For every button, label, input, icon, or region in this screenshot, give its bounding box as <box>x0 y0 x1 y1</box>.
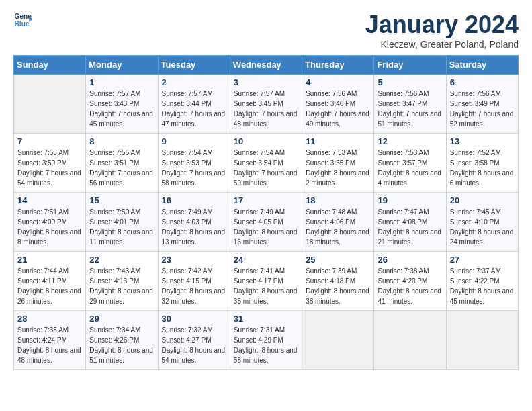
calendar-cell: 17Sunrise: 7:49 AMSunset: 4:05 PMDayligh… <box>230 193 302 252</box>
cell-info: Sunrise: 7:54 AMSunset: 3:54 PMDaylight:… <box>234 148 298 188</box>
cell-info: Sunrise: 7:56 AMSunset: 3:47 PMDaylight:… <box>378 89 442 129</box>
cell-info: Sunrise: 7:35 AMSunset: 4:24 PMDaylight:… <box>17 325 82 365</box>
cell-info: Sunrise: 7:34 AMSunset: 4:26 PMDaylight:… <box>89 325 154 365</box>
cell-info: Sunrise: 7:31 AMSunset: 4:29 PMDaylight:… <box>234 325 298 365</box>
cell-info: Sunrise: 7:49 AMSunset: 4:05 PMDaylight:… <box>234 207 298 247</box>
day-number: 11 <box>306 136 370 146</box>
calendar-cell: 1Sunrise: 7:57 AMSunset: 3:43 PMDaylight… <box>86 75 158 134</box>
day-number: 14 <box>17 195 82 205</box>
page-header: General Blue January 2024 Kleczew, Great… <box>13 11 519 50</box>
cell-info: Sunrise: 7:54 AMSunset: 3:53 PMDaylight:… <box>162 148 226 188</box>
day-number: 8 <box>89 136 154 146</box>
cell-info: Sunrise: 7:56 AMSunset: 3:49 PMDaylight:… <box>450 89 515 129</box>
calendar-cell: 15Sunrise: 7:50 AMSunset: 4:01 PMDayligh… <box>86 193 158 252</box>
day-number: 2 <box>162 77 226 87</box>
day-number: 10 <box>234 136 298 146</box>
cell-info: Sunrise: 7:56 AMSunset: 3:46 PMDaylight:… <box>306 89 370 129</box>
calendar-cell: 18Sunrise: 7:48 AMSunset: 4:06 PMDayligh… <box>302 193 374 252</box>
cell-info: Sunrise: 7:39 AMSunset: 4:18 PMDaylight:… <box>306 266 370 306</box>
day-number: 25 <box>306 255 370 265</box>
day-header-row: SundayMondayTuesdayWednesdayThursdayFrid… <box>14 56 519 75</box>
day-number: 18 <box>306 195 370 205</box>
day-number: 17 <box>234 195 298 205</box>
cell-info: Sunrise: 7:42 AMSunset: 4:15 PMDaylight:… <box>162 266 226 306</box>
day-number: 31 <box>234 314 298 324</box>
calendar-cell <box>374 311 446 370</box>
day-number: 20 <box>450 195 515 205</box>
calendar-cell: 19Sunrise: 7:47 AMSunset: 4:08 PMDayligh… <box>374 193 446 252</box>
day-number: 29 <box>89 314 154 324</box>
calendar-cell: 16Sunrise: 7:49 AMSunset: 4:03 PMDayligh… <box>158 193 230 252</box>
week-row-5: 28Sunrise: 7:35 AMSunset: 4:24 PMDayligh… <box>14 311 519 370</box>
calendar-cell: 9Sunrise: 7:54 AMSunset: 3:53 PMDaylight… <box>158 134 230 193</box>
cell-info: Sunrise: 7:52 AMSunset: 3:58 PMDaylight:… <box>450 148 515 188</box>
cell-info: Sunrise: 7:37 AMSunset: 4:22 PMDaylight:… <box>450 266 515 306</box>
cell-info: Sunrise: 7:48 AMSunset: 4:06 PMDaylight:… <box>306 207 370 247</box>
cell-info: Sunrise: 7:32 AMSunset: 4:27 PMDaylight:… <box>162 325 226 365</box>
week-row-4: 21Sunrise: 7:44 AMSunset: 4:11 PMDayligh… <box>14 252 519 311</box>
day-number: 7 <box>17 136 82 146</box>
day-number: 28 <box>17 314 82 324</box>
day-header-thursday: Thursday <box>302 56 374 75</box>
title-block: January 2024 Kleczew, Greater Poland, Po… <box>365 11 519 50</box>
cell-info: Sunrise: 7:43 AMSunset: 4:13 PMDaylight:… <box>89 266 154 306</box>
day-number: 26 <box>378 255 442 265</box>
cell-info: Sunrise: 7:51 AMSunset: 4:00 PMDaylight:… <box>17 207 82 247</box>
calendar-cell: 13Sunrise: 7:52 AMSunset: 3:58 PMDayligh… <box>446 134 518 193</box>
calendar-cell: 31Sunrise: 7:31 AMSunset: 4:29 PMDayligh… <box>230 311 302 370</box>
calendar-cell: 26Sunrise: 7:38 AMSunset: 4:20 PMDayligh… <box>374 252 446 311</box>
calendar-cell: 7Sunrise: 7:55 AMSunset: 3:50 PMDaylight… <box>14 134 86 193</box>
week-row-3: 14Sunrise: 7:51 AMSunset: 4:00 PMDayligh… <box>14 193 519 252</box>
calendar-cell: 4Sunrise: 7:56 AMSunset: 3:46 PMDaylight… <box>302 75 374 134</box>
day-header-monday: Monday <box>86 56 158 75</box>
calendar-cell: 3Sunrise: 7:57 AMSunset: 3:45 PMDaylight… <box>230 75 302 134</box>
calendar-cell: 8Sunrise: 7:55 AMSunset: 3:51 PMDaylight… <box>86 134 158 193</box>
day-header-wednesday: Wednesday <box>230 56 302 75</box>
cell-info: Sunrise: 7:50 AMSunset: 4:01 PMDaylight:… <box>89 207 154 247</box>
calendar-cell: 5Sunrise: 7:56 AMSunset: 3:47 PMDaylight… <box>374 75 446 134</box>
cell-info: Sunrise: 7:44 AMSunset: 4:11 PMDaylight:… <box>17 266 82 306</box>
cell-info: Sunrise: 7:45 AMSunset: 4:10 PMDaylight:… <box>450 207 515 247</box>
calendar-cell: 2Sunrise: 7:57 AMSunset: 3:44 PMDaylight… <box>158 75 230 134</box>
day-number: 4 <box>306 77 370 87</box>
day-number: 27 <box>450 255 515 265</box>
week-row-1: 1Sunrise: 7:57 AMSunset: 3:43 PMDaylight… <box>14 75 519 134</box>
day-number: 3 <box>234 77 298 87</box>
cell-info: Sunrise: 7:55 AMSunset: 3:50 PMDaylight:… <box>17 148 82 188</box>
day-header-sunday: Sunday <box>14 56 86 75</box>
month-title: January 2024 <box>365 11 519 39</box>
day-number: 15 <box>89 195 154 205</box>
cell-info: Sunrise: 7:49 AMSunset: 4:03 PMDaylight:… <box>162 207 226 247</box>
cell-info: Sunrise: 7:57 AMSunset: 3:43 PMDaylight:… <box>89 89 154 129</box>
day-number: 6 <box>450 77 515 87</box>
calendar-cell: 21Sunrise: 7:44 AMSunset: 4:11 PMDayligh… <box>14 252 86 311</box>
day-header-saturday: Saturday <box>446 56 518 75</box>
location-subtitle: Kleczew, Greater Poland, Poland <box>365 39 519 50</box>
day-number: 24 <box>234 255 298 265</box>
svg-text:Blue: Blue <box>15 20 30 28</box>
week-row-2: 7Sunrise: 7:55 AMSunset: 3:50 PMDaylight… <box>14 134 519 193</box>
calendar-cell: 6Sunrise: 7:56 AMSunset: 3:49 PMDaylight… <box>446 75 518 134</box>
calendar-body: 1Sunrise: 7:57 AMSunset: 3:43 PMDaylight… <box>14 75 519 370</box>
cell-info: Sunrise: 7:38 AMSunset: 4:20 PMDaylight:… <box>378 266 442 306</box>
calendar-header: SundayMondayTuesdayWednesdayThursdayFrid… <box>14 56 519 75</box>
day-number: 23 <box>162 255 226 265</box>
calendar-cell: 25Sunrise: 7:39 AMSunset: 4:18 PMDayligh… <box>302 252 374 311</box>
cell-info: Sunrise: 7:57 AMSunset: 3:45 PMDaylight:… <box>234 89 298 129</box>
day-header-friday: Friday <box>374 56 446 75</box>
calendar-cell <box>302 311 374 370</box>
calendar-cell: 12Sunrise: 7:53 AMSunset: 3:57 PMDayligh… <box>374 134 446 193</box>
calendar-cell: 24Sunrise: 7:41 AMSunset: 4:17 PMDayligh… <box>230 252 302 311</box>
logo: General Blue <box>13 11 32 30</box>
day-number: 12 <box>378 136 442 146</box>
calendar-table: SundayMondayTuesdayWednesdayThursdayFrid… <box>13 55 519 370</box>
day-number: 30 <box>162 314 226 324</box>
logo-icon: General Blue <box>13 11 32 30</box>
cell-info: Sunrise: 7:53 AMSunset: 3:55 PMDaylight:… <box>306 148 370 188</box>
calendar-cell <box>446 311 518 370</box>
day-number: 19 <box>378 195 442 205</box>
calendar-cell: 10Sunrise: 7:54 AMSunset: 3:54 PMDayligh… <box>230 134 302 193</box>
calendar-cell: 11Sunrise: 7:53 AMSunset: 3:55 PMDayligh… <box>302 134 374 193</box>
calendar-cell: 23Sunrise: 7:42 AMSunset: 4:15 PMDayligh… <box>158 252 230 311</box>
calendar-cell: 30Sunrise: 7:32 AMSunset: 4:27 PMDayligh… <box>158 311 230 370</box>
